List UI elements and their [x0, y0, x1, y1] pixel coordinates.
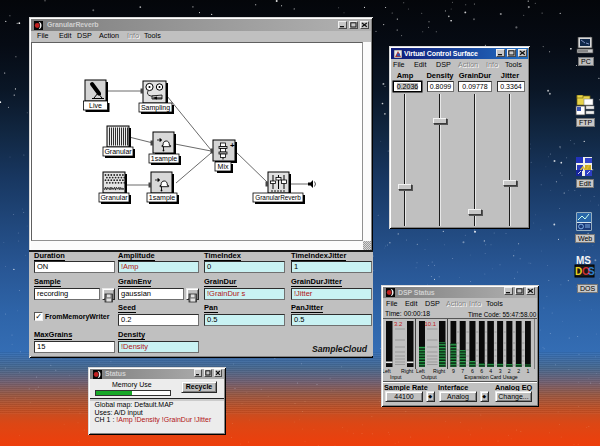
- svg-text:10.1: 10.1: [425, 321, 437, 327]
- svg-text:Input: Input: [390, 374, 402, 380]
- svg-text:Live: Live: [89, 102, 102, 109]
- svg-text:S: S: [588, 266, 595, 277]
- svg-text:Output: Output: [421, 374, 437, 380]
- svg-text:Right: Right: [401, 368, 414, 374]
- svg-text:Granular: Granular: [100, 194, 128, 201]
- svg-text:GranularReverb: GranularReverb: [255, 194, 301, 201]
- svg-text:2: 2: [517, 368, 520, 374]
- svg-text:+: +: [230, 141, 235, 150]
- svg-text:9: 9: [452, 368, 455, 374]
- svg-text:Expansion Card Usage: Expansion Card Usage: [464, 374, 517, 380]
- svg-text:Mix: Mix: [218, 163, 229, 170]
- svg-text:Sampling: Sampling: [141, 104, 170, 112]
- svg-text:3.2: 3.2: [394, 321, 403, 327]
- svg-text:MS: MS: [576, 255, 591, 266]
- svg-text:Granular: Granular: [104, 148, 132, 155]
- svg-text:1sample: 1sample: [149, 194, 176, 202]
- svg-text:1sample: 1sample: [151, 155, 178, 163]
- svg-text:1: 1: [526, 368, 529, 374]
